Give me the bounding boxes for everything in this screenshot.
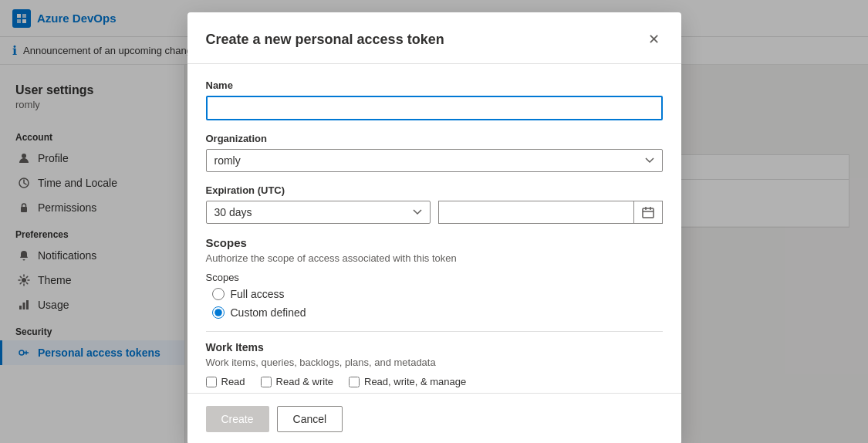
expiration-date-wrap: 2021/9/18 xyxy=(438,201,663,224)
expiration-row: 30 days 60 days 90 days 180 days 1 year … xyxy=(206,201,663,224)
expiration-label: Expiration (UTC) xyxy=(206,184,663,196)
scopes-label: Scopes xyxy=(206,272,239,283)
organization-label: Organization xyxy=(206,133,663,144)
read-write-manage-checkbox[interactable] xyxy=(349,377,360,387)
modal-title: Create a new personal access token xyxy=(206,32,444,48)
organization-select[interactable]: romly All accessible organizations xyxy=(206,149,663,172)
name-input[interactable] xyxy=(206,96,663,120)
custom-defined-radio[interactable] xyxy=(212,306,225,319)
full-access-label: Full access xyxy=(231,288,285,300)
work-items-title: Work Items xyxy=(206,341,663,353)
read-write-manage-label: Read, write, & manage xyxy=(364,376,466,387)
modal-overlay: Create a new personal access token ✕ Nam… xyxy=(0,0,868,443)
expiration-date-input[interactable]: 2021/9/18 xyxy=(438,201,634,224)
calendar-icon-button[interactable] xyxy=(634,201,663,224)
expiration-select-wrap: 30 days 60 days 90 days 180 days 1 year … xyxy=(206,201,431,224)
modal-body: Name Organization romly All accessible o… xyxy=(187,64,681,393)
modal-header: Create a new personal access token ✕ xyxy=(187,12,681,64)
work-items-checkboxes: Read Read & write Read, write, & manage xyxy=(206,376,663,387)
custom-defined-label: Custom defined xyxy=(231,306,306,319)
organization-field-group: Organization romly All accessible organi… xyxy=(206,133,663,172)
divider xyxy=(206,331,663,332)
create-button[interactable]: Create xyxy=(206,406,269,432)
scopes-description: Authorize the scope of access associated… xyxy=(206,252,663,264)
scopes-title: Scopes xyxy=(206,236,663,249)
name-field-group: Name xyxy=(206,79,663,120)
expiration-field-group: Expiration (UTC) 30 days 60 days 90 days… xyxy=(206,184,663,224)
create-token-modal: Create a new personal access token ✕ Nam… xyxy=(187,12,681,443)
cancel-button[interactable]: Cancel xyxy=(277,406,343,432)
work-items-description: Work items, queries, backlogs, plans, an… xyxy=(206,357,663,368)
read-write-checkbox[interactable] xyxy=(261,377,272,387)
read-write-option[interactable]: Read & write xyxy=(261,376,333,387)
expiration-select[interactable]: 30 days 60 days 90 days 180 days 1 year … xyxy=(206,201,431,224)
read-label: Read xyxy=(221,376,245,387)
scopes-radio-group: Full access Custom defined xyxy=(212,288,663,319)
read-write-manage-option[interactable]: Read, write, & manage xyxy=(349,376,466,387)
custom-defined-option[interactable]: Custom defined xyxy=(212,306,663,319)
read-write-label: Read & write xyxy=(276,376,333,387)
name-label: Name xyxy=(206,79,663,91)
modal-footer: Create Cancel xyxy=(187,393,681,443)
scopes-section: Scopes Authorize the scope of access ass… xyxy=(206,236,663,319)
read-checkbox[interactable] xyxy=(206,377,217,387)
svg-rect-12 xyxy=(643,208,654,218)
work-items-section: Work Items Work items, queries, backlogs… xyxy=(206,341,663,387)
read-option[interactable]: Read xyxy=(206,376,245,387)
full-access-option[interactable]: Full access xyxy=(212,288,663,300)
modal-close-button[interactable]: ✕ xyxy=(645,28,663,51)
full-access-radio[interactable] xyxy=(212,288,225,300)
